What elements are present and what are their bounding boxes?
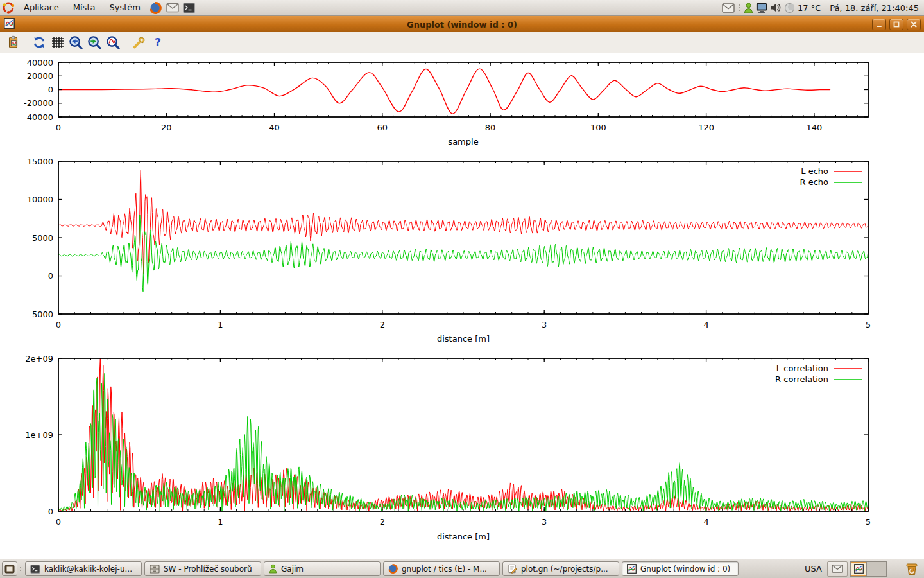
gnuplot-plot-canvas[interactable] — [0, 53, 924, 559]
gnome-bottom-panel: kaklik@kaklik-kolej-u... SW - Prohlížeč … — [0, 559, 924, 578]
task-file-manager[interactable]: SW - Prohlížeč souborů — [144, 561, 261, 576]
task-gajim[interactable]: Gajim — [264, 561, 381, 576]
task-label: SW - Prohlížeč souborů — [164, 565, 252, 574]
minimize-button[interactable] — [872, 19, 886, 30]
close-button[interactable] — [907, 19, 921, 30]
trash-icon[interactable] — [903, 561, 921, 577]
mail-notification-icon[interactable] — [722, 1, 735, 15]
grid-icon[interactable] — [49, 34, 66, 51]
replot-icon[interactable] — [30, 34, 47, 51]
maximize-button[interactable] — [889, 19, 903, 30]
menu-places[interactable]: Místa — [66, 0, 103, 15]
ubuntu-logo-icon[interactable] — [1, 1, 15, 15]
firefox-icon[interactable] — [149, 1, 163, 15]
gajim-status-icon[interactable] — [744, 1, 753, 15]
terminal-icon[interactable] — [182, 1, 196, 15]
weather-icon[interactable] — [784, 1, 795, 15]
gnuplot-titlebar[interactable]: Gnuplot (window id : 0) — [0, 15, 924, 33]
menu-applications[interactable]: Aplikace — [17, 0, 66, 15]
task-label: gnuplot / tics (E) - M... — [402, 565, 487, 574]
keyboard-layout-indicator[interactable]: USA — [805, 564, 822, 574]
taskbar-right: USA — [805, 561, 922, 577]
taskbar-separator — [896, 561, 896, 577]
task-firefox[interactable]: gnuplot / tics (E) - M... — [383, 561, 500, 576]
task-terminal[interactable]: kaklik@kaklik-kolej-u... — [25, 561, 142, 576]
task-label: plot.gn (~/projects/p... — [521, 565, 608, 574]
autoscale-icon[interactable] — [105, 34, 122, 51]
task-label: Gnuplot (window id : 0) — [640, 565, 730, 574]
help-icon[interactable]: ? — [149, 34, 166, 51]
zoom-previous-icon[interactable] — [67, 34, 85, 51]
mail-icon[interactable] — [166, 1, 180, 15]
display-icon[interactable] — [756, 1, 767, 15]
volume-icon[interactable] — [770, 1, 782, 15]
menu-system[interactable]: Systém — [102, 0, 147, 15]
mail-tray-button[interactable] — [827, 561, 848, 577]
desktop: Aplikace Místa Systém — [0, 0, 924, 578]
tray-grip[interactable] — [739, 4, 740, 11]
workspace-2[interactable] — [866, 562, 886, 576]
show-desktop-button[interactable] — [2, 561, 17, 576]
task-label: Gajim — [281, 565, 304, 574]
svg-text:?: ? — [154, 36, 160, 49]
window-title: Gnuplot (window id : 0) — [0, 20, 924, 30]
system-tray: 17 °C Pá, 18. září, 21:40:45 — [722, 1, 924, 15]
clock-label[interactable]: Pá, 18. září, 21:40:45 — [830, 3, 919, 13]
temperature-label[interactable]: 17 °C — [798, 3, 821, 13]
gnome-top-panel: Aplikace Místa Systém — [0, 0, 924, 16]
gnuplot-toolbar: ? — [0, 32, 924, 53]
toolbar-separator — [26, 35, 26, 49]
task-label: kaklik@kaklik-kolej-u... — [44, 565, 132, 574]
task-text-editor[interactable]: plot.gn (~/projects/p... — [502, 561, 619, 576]
gnuplot-window-icon — [4, 18, 15, 31]
toolbar-separator — [126, 35, 126, 49]
workspace-1[interactable] — [851, 562, 866, 576]
workspace-switcher — [850, 561, 887, 577]
task-gnuplot[interactable]: Gnuplot (window id : 0) — [622, 561, 739, 576]
settings-icon[interactable] — [130, 34, 148, 51]
taskbar-grip[interactable] — [20, 567, 21, 571]
zoom-next-icon[interactable] — [86, 34, 103, 51]
copy-plot-icon[interactable] — [4, 34, 22, 51]
